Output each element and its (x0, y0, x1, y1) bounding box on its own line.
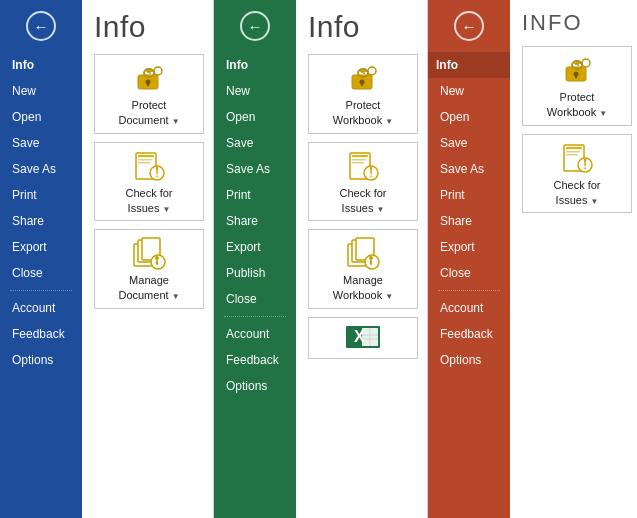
svg-rect-11 (138, 162, 150, 164)
svg-point-19 (155, 256, 159, 260)
word-nav-divider (10, 290, 72, 291)
word-nav-open[interactable]: Open (0, 104, 82, 130)
excel-nav-options[interactable]: Options (214, 373, 296, 399)
svg-rect-30 (352, 155, 368, 157)
word-content: Info ProtectDocument ▼ (82, 0, 213, 518)
excel-nav-info[interactable]: Info (214, 52, 296, 78)
excel-protect-label: ProtectWorkbook ▼ (333, 98, 393, 128)
excel-nav-account[interactable]: Account (214, 321, 296, 347)
svg-point-52 (582, 59, 590, 67)
excel-red-nav-save[interactable]: Save (428, 130, 510, 156)
excel-manage-icon (344, 236, 382, 270)
excel-red-nav-export[interactable]: Export (428, 234, 510, 260)
svg-rect-3 (147, 82, 149, 86)
excel-red-protect-label: ProtectWorkbook ▼ (547, 90, 607, 120)
svg-rect-51 (575, 74, 577, 78)
excel-red-back-button[interactable]: ← (428, 0, 510, 52)
excel-page-title: Info (308, 10, 417, 44)
svg-point-35 (370, 166, 372, 168)
word-nav-feedback[interactable]: Feedback (0, 321, 82, 347)
word-page-title: Info (94, 10, 203, 44)
word-protect-icon (130, 61, 168, 95)
excel-red-nav-open[interactable]: Open (428, 104, 510, 130)
svg-rect-41 (370, 260, 372, 265)
svg-rect-32 (352, 162, 364, 164)
excel-nav-new[interactable]: New (214, 78, 296, 104)
excel-nav-share[interactable]: Share (214, 208, 296, 234)
word-manage-document-button[interactable]: ManageDocument ▼ (94, 229, 204, 309)
excel-red-sidebar: ← Info New Open Save Save As Print Share… (428, 0, 510, 518)
excel-red-nav-close[interactable]: Close (428, 260, 510, 286)
excel-nav-saveas[interactable]: Save As (214, 156, 296, 182)
excel-back-circle-icon: ← (240, 11, 270, 41)
excel-red-nav-feedback[interactable]: Feedback (428, 321, 510, 347)
excel-nav-open[interactable]: Open (214, 104, 296, 130)
excel-nav-close[interactable]: Close (214, 286, 296, 312)
excel-red-protect-button[interactable]: ProtectWorkbook ▼ (522, 46, 632, 126)
excel-extra-button[interactable]: X (308, 317, 418, 359)
word-nav-save[interactable]: Save (0, 130, 82, 156)
excel-red-nav-print[interactable]: Print (428, 182, 510, 208)
excel-red-check-button[interactable]: ! Check forIssues ▼ (522, 134, 632, 214)
word-sidebar: ← Info New Open Save Save As Print Share… (0, 0, 82, 518)
excel-red-nav-saveas[interactable]: Save As (428, 156, 510, 182)
excel-protect-workbook-button[interactable]: ProtectWorkbook ▼ (308, 54, 418, 134)
word-panel: ← Info New Open Save Save As Print Share… (0, 0, 213, 518)
excel-nav-feedback[interactable]: Feedback (214, 347, 296, 373)
word-nav-share[interactable]: Share (0, 208, 82, 234)
excel-red-check-label: Check forIssues ▼ (553, 178, 600, 208)
svg-rect-20 (156, 260, 158, 265)
word-manage-icon (130, 236, 168, 270)
excel-red-content: INFO ProtectWorkbook ▼ (510, 0, 637, 518)
word-nav-info[interactable]: Info (0, 52, 82, 78)
svg-rect-59 (566, 154, 578, 156)
excel-protect-icon (344, 61, 382, 95)
back-circle-icon: ← (26, 11, 56, 41)
word-check-issues-button[interactable]: ! Check forIssues ▼ (94, 142, 204, 222)
svg-rect-31 (352, 159, 366, 161)
excel-nav-print[interactable]: Print (214, 182, 296, 208)
word-nav-saveas[interactable]: Save As (0, 156, 82, 182)
word-nav-options[interactable]: Options (0, 347, 82, 373)
svg-point-62 (584, 158, 586, 160)
excel-red-nav-options[interactable]: Options (428, 347, 510, 373)
svg-point-25 (368, 67, 376, 75)
svg-point-40 (369, 256, 373, 260)
excel-nav-save[interactable]: Save (214, 130, 296, 156)
excel-panel: ← Info New Open Save Save As Print Share… (214, 0, 427, 518)
svg-rect-10 (138, 159, 152, 161)
word-nav-export[interactable]: Export (0, 234, 82, 260)
svg-rect-9 (138, 155, 154, 157)
word-check-label: Check forIssues ▼ (125, 186, 172, 216)
excel-red-nav-account[interactable]: Account (428, 295, 510, 321)
excel-red-check-icon: ! (558, 141, 596, 175)
svg-rect-24 (361, 82, 363, 86)
excel-red-back-circle-icon: ← (454, 11, 484, 41)
word-nav-print[interactable]: Print (0, 182, 82, 208)
svg-point-14 (156, 166, 158, 168)
excel-red-nav-new[interactable]: New (428, 78, 510, 104)
word-nav-new[interactable]: New (0, 78, 82, 104)
excel-manage-workbook-button[interactable]: ManageWorkbook ▼ (308, 229, 418, 309)
excel-red-nav-share[interactable]: Share (428, 208, 510, 234)
excel-check-issues-button[interactable]: ! Check forIssues ▼ (308, 142, 418, 222)
svg-rect-57 (566, 147, 582, 149)
excel-check-label: Check forIssues ▼ (339, 186, 386, 216)
excel-red-nav-info[interactable]: Info (428, 52, 510, 78)
excel-red-protect-icon (558, 53, 596, 87)
excel-content: Info ProtectWorkbook ▼ (296, 0, 427, 518)
excel-manage-label: ManageWorkbook ▼ (333, 273, 393, 303)
svg-rect-58 (566, 151, 580, 153)
excel-nav-export[interactable]: Export (214, 234, 296, 260)
excel-nav-publish[interactable]: Publish (214, 260, 296, 286)
excel-red-nav-divider (438, 290, 500, 291)
word-nav-account[interactable]: Account (0, 295, 82, 321)
word-protect-document-button[interactable]: ProtectDocument ▼ (94, 54, 204, 134)
excel-red-panel: ← Info New Open Save Save As Print Share… (428, 0, 637, 518)
word-back-button[interactable]: ← (0, 0, 82, 52)
svg-point-4 (154, 67, 162, 75)
excel-back-button[interactable]: ← (214, 0, 296, 52)
word-nav-close[interactable]: Close (0, 260, 82, 286)
excel-check-icon: ! (344, 149, 382, 183)
word-protect-label: ProtectDocument ▼ (118, 98, 179, 128)
